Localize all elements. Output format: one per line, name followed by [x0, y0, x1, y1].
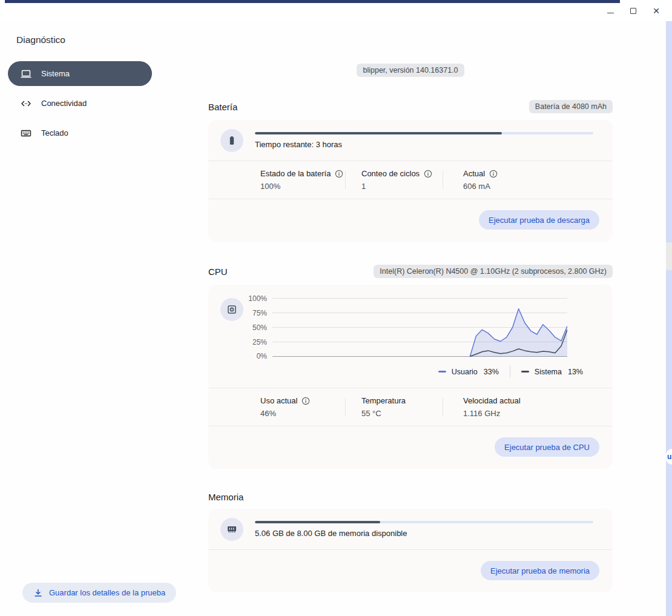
diagnostics-app: Diagnóstico Sistema Conectividad Teclado [0, 21, 666, 616]
sidebar-item-conectividad[interactable]: Conectividad [8, 91, 152, 116]
battery-section-title: Batería [208, 102, 237, 112]
save-test-details-label: Guardar los detalles de la prueba [49, 588, 165, 597]
battery-cycle-count-stat: Conteo de ciclos 1 [346, 169, 443, 191]
background-button-fragment-text: u [667, 452, 671, 461]
battery-current-value: 606 mA [463, 182, 498, 191]
cpu-usage-chart [272, 298, 567, 357]
version-chip: blipper, versión 140.16371.0 [357, 64, 464, 77]
cpu-usage-value: 46% [260, 409, 345, 418]
battery-capacity-chip: Batería de 4080 mAh [529, 100, 613, 113]
divider [510, 365, 510, 378]
sidebar-item-sistema[interactable]: Sistema [8, 61, 152, 86]
run-cpu-test-button[interactable]: Ejecutar prueba de CPU [495, 437, 599, 457]
main-content: blipper, versión 140.16371.0 Batería Bat… [208, 21, 613, 616]
memory-usage-bar [255, 521, 593, 523]
run-memory-test-button[interactable]: Ejecutar prueba de memoria [481, 561, 599, 580]
close-button[interactable]: × [648, 2, 665, 19]
cpu-chart-wrap: 100% 75% 50% 25% 0% Usuario 33% [245, 298, 598, 388]
battery-charge-bar [255, 132, 593, 134]
battery-time-remaining: Tiempo restante: 3 horas [255, 140, 593, 149]
ytick-50: 50% [252, 323, 267, 332]
battery-charge-bar-fill [255, 132, 502, 134]
ytick-100: 100% [248, 294, 267, 303]
window-controls: × [602, 2, 665, 19]
background-window-right-edge: u [666, 21, 672, 616]
titlebar: × [0, 0, 672, 21]
info-icon[interactable] [301, 397, 310, 405]
ytick-25: 25% [252, 338, 267, 346]
sidebar: Diagnóstico Sistema Conectividad Teclado [0, 21, 188, 616]
cpu-section: CPU Intel(R) Celeron(R) N4500 @ 1.10GHz … [208, 265, 613, 469]
memory-gauge-row: 5.06 GB de 8.00 GB de memoria disponible [208, 509, 613, 549]
battery-section-header: Batería Batería de 4080 mAh [208, 100, 613, 113]
sistema-legend-value: 13% [568, 368, 583, 376]
cpu-legend: Usuario 33% Sistema 13% [245, 357, 598, 388]
ytick-0: 0% [257, 352, 267, 360]
memory-section-header: Memoria [208, 492, 613, 502]
memory-card: 5.06 GB de 8.00 GB de memoria disponible… [208, 509, 613, 592]
sidebar-item-label: Sistema [41, 69, 70, 78]
cpu-section-title: CPU [208, 267, 228, 277]
battery-stats-row: Estado de la batería 100% Conteo de cicl… [208, 161, 613, 199]
info-icon[interactable] [335, 170, 343, 178]
battery-gauge: Tiempo restante: 3 horas [255, 132, 593, 149]
sidebar-nav: Sistema Conectividad Teclado [0, 61, 188, 145]
ytick-75: 75% [252, 309, 267, 317]
battery-current-label: Actual [463, 169, 485, 178]
page-title: Diagnóstico [16, 35, 188, 45]
run-discharge-test-button[interactable]: Ejecutar prueba de descarga [479, 210, 599, 230]
battery-health-value: 100% [260, 182, 345, 191]
memory-icon [220, 518, 243, 541]
save-test-details-button[interactable]: Guardar los detalles de la prueba [22, 583, 176, 603]
background-window-segment [666, 242, 672, 270]
download-icon [33, 588, 43, 598]
battery-icon [220, 129, 243, 152]
memory-section-title: Memoria [208, 492, 243, 502]
cpu-button-row: Ejecutar prueba de CPU [208, 426, 613, 469]
memory-section: Memoria 5.06 GB de 8.00 GB de memoria di… [208, 492, 613, 592]
laptop-icon [21, 68, 31, 79]
cpu-temperature-label: Temperatura [361, 396, 406, 405]
cpu-section-header: CPU Intel(R) Celeron(R) N4500 @ 1.10GHz … [208, 265, 613, 278]
battery-cycle-count-value: 1 [361, 182, 443, 191]
close-icon: × [653, 5, 659, 16]
battery-card: Tiempo restante: 3 horas Estado de la ba… [208, 120, 613, 242]
memory-usage-bar-fill [255, 521, 380, 523]
battery-gauge-row: Tiempo restante: 3 horas [208, 120, 613, 161]
usuario-legend-value: 33% [484, 368, 499, 376]
cpu-chart-grid: 100% 75% 50% 25% 0% [245, 298, 598, 357]
cpu-usage-label: Uso actual [260, 396, 297, 405]
info-icon[interactable] [489, 170, 498, 178]
battery-cycle-count-label: Conteo de ciclos [361, 169, 420, 178]
sistema-legend-label: Sistema [535, 368, 562, 376]
cpu-icon [220, 298, 243, 321]
cpu-usage-stat: Uso actual 46% [260, 396, 345, 418]
background-window-top-edge [5, 0, 620, 3]
maximize-icon [630, 8, 636, 14]
battery-current-stat: Actual 606 mA [443, 169, 498, 191]
cpu-card: 100% 75% 50% 25% 0% Usuario 33% [208, 285, 613, 469]
battery-section: Batería Batería de 4080 mAh Tiempo resta… [208, 100, 613, 242]
cpu-speed-value: 1.116 GHz [463, 409, 521, 418]
minimize-icon [607, 8, 614, 13]
memory-gauge: 5.06 GB de 8.00 GB de memoria disponible [255, 521, 593, 538]
sidebar-item-teclado[interactable]: Teclado [8, 121, 152, 145]
sistema-legend-dash-icon [521, 371, 529, 373]
minimize-button[interactable] [602, 2, 619, 19]
keyboard-icon [21, 128, 31, 139]
battery-health-label: Estado de la batería [260, 169, 331, 178]
sidebar-item-label: Teclado [41, 128, 68, 137]
memory-button-row: Ejecutar prueba de memoria [208, 550, 613, 592]
cpu-chart-yaxis: 100% 75% 50% 25% 0% [245, 298, 272, 357]
memory-availability-text: 5.06 GB de 8.00 GB de memoria disponible [255, 529, 593, 538]
cpu-speed-stat: Velocidad actual 1.116 GHz [443, 396, 521, 418]
cpu-model-chip: Intel(R) Celeron(R) N4500 @ 1.10GHz (2 s… [374, 265, 613, 278]
info-icon[interactable] [424, 170, 432, 178]
battery-button-row: Ejecutar prueba de descarga [208, 199, 613, 242]
sidebar-item-label: Conectividad [41, 99, 87, 108]
background-button-fragment: u [666, 449, 672, 465]
maximize-button[interactable] [625, 2, 642, 19]
cpu-chart-row: 100% 75% 50% 25% 0% Usuario 33% [208, 285, 613, 388]
usuario-legend-label: Usuario [452, 368, 478, 376]
connectivity-icon [21, 98, 31, 109]
